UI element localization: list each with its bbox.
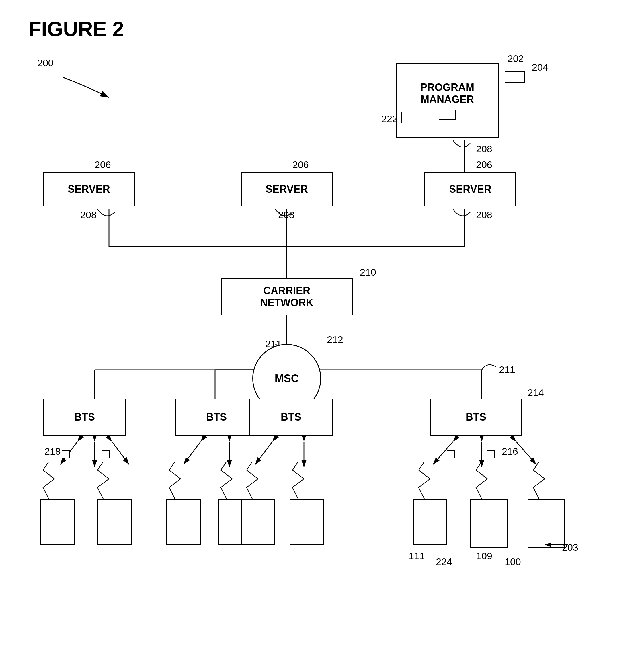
zigzag-5 [241,462,264,499]
mobile-device-3 [166,499,201,545]
svg-line-34 [516,441,536,464]
mobile-device-7 [413,499,447,545]
figure-title: FIGURE 2 [29,17,124,41]
program-manager-label: PROGRAMMANAGER [420,82,474,106]
label-204: 204 [532,62,548,73]
svg-line-21 [184,441,201,464]
diagram: FIGURE 2 200 [0,0,644,662]
label-109: 109 [476,550,492,562]
label-206-2: 206 [293,159,309,170]
bts-box-4: BTS [430,398,522,436]
label-206-3: 206 [476,159,492,170]
carrier-network-box: CARRIERNETWORK [221,278,353,315]
svg-line-19 [112,441,129,464]
label-222: 222 [381,113,398,124]
antenna-1-right [102,450,110,458]
label-214: 214 [528,387,544,398]
diagram-lines [0,0,644,662]
svg-line-20 [112,441,129,464]
label-208-3: 208 [476,209,492,221]
server-box-3: SERVER [424,172,516,206]
label-206-1: 206 [95,159,111,170]
arrow-203 [539,536,573,553]
server-box-2: SERVER [241,172,332,206]
server-box-1: SERVER [43,172,135,206]
svg-line-22 [184,441,201,464]
label-224: 224 [436,556,452,567]
svg-line-25 [255,441,272,464]
program-manager-box: PROGRAMMANAGER [396,63,499,138]
label-100: 100 [505,556,521,567]
antenna-4-left [447,450,455,458]
label-208-pm: 208 [476,143,492,155]
svg-line-33 [516,441,536,464]
label-218: 218 [44,446,61,457]
pm-inner-box-top [505,71,525,83]
zigzag-1 [37,462,60,499]
pm-inner-box-1 [439,110,456,119]
zigzag-2 [92,462,115,499]
label-111: 111 [409,550,425,562]
label-211-right: 211 [499,364,515,375]
svg-line-26 [255,441,272,464]
bts-box-3: BTS [250,398,332,436]
label-202: 202 [507,53,524,64]
label-208-2: 208 [278,209,295,221]
label-200: 200 [37,58,54,69]
antenna-1-left [62,450,70,458]
mobile-device-2 [97,499,132,545]
label-210: 210 [360,267,376,278]
bts-box-1: BTS [43,398,126,436]
zigzag-7 [413,462,436,499]
label-208-1: 208 [80,209,97,221]
label-212: 212 [327,334,343,345]
antenna-4-right [487,450,495,458]
zigzag-4 [215,462,238,499]
bts-box-2: BTS [175,398,258,436]
label-216: 216 [502,446,518,457]
pm-inner-box-bottom [401,112,421,123]
zigzag-8 [470,462,493,499]
zigzag-3 [163,462,186,499]
mobile-device-1 [40,499,74,545]
zigzag-9 [528,462,551,499]
zigzag-6 [287,462,310,499]
mobile-device-6 [290,499,324,545]
mobile-device-5 [241,499,275,545]
mobile-device-8 [470,499,507,548]
